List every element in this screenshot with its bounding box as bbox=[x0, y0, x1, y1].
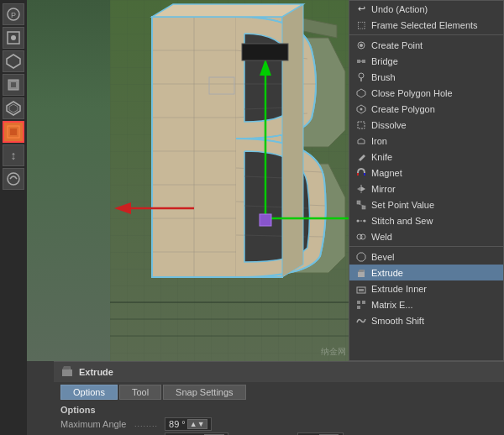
toolbar-btn-3[interactable] bbox=[3, 50, 24, 72]
bottom-options-panel: Options Maximum Angle ........ 89 ° ▲▼ O… bbox=[54, 402, 504, 435]
bottom-header: Extrude bbox=[54, 362, 504, 382]
menu-item-extrude[interactable]: Extrude bbox=[349, 265, 503, 280]
svg-point-78 bbox=[360, 234, 365, 239]
svg-rect-88 bbox=[62, 369, 72, 376]
svg-marker-7 bbox=[7, 102, 20, 115]
svg-rect-10 bbox=[10, 128, 17, 135]
menu-item-stitch[interactable]: Stitch and Sew bbox=[349, 212, 503, 228]
toolbar-btn-7[interactable]: ↕ bbox=[3, 144, 24, 166]
max-angle-row: Maximum Angle ........ 89 ° ▲▼ bbox=[60, 417, 497, 431]
svg-rect-87 bbox=[357, 306, 360, 309]
separator-2 bbox=[349, 246, 503, 247]
main-container: P bbox=[0, 0, 504, 435]
svg-point-56 bbox=[360, 44, 363, 47]
svg-point-75 bbox=[357, 219, 360, 222]
svg-line-73 bbox=[359, 204, 364, 206]
toolbar-btn-4[interactable] bbox=[3, 74, 24, 96]
options-section-label: Options bbox=[60, 405, 497, 415]
svg-rect-57 bbox=[357, 60, 360, 63]
extrude-icon bbox=[356, 268, 366, 278]
create-polygon-icon bbox=[356, 104, 366, 114]
menu-item-matrix-e[interactable]: Matrix E... bbox=[349, 296, 503, 312]
bottom-panel: Extrude Options Tool Snap Settings Optio… bbox=[54, 361, 504, 435]
close-polygon-icon bbox=[356, 88, 366, 98]
knife-icon bbox=[356, 152, 366, 162]
create-point-icon bbox=[356, 40, 366, 50]
bridge-icon bbox=[356, 56, 366, 66]
svg-point-60 bbox=[359, 73, 364, 78]
svg-rect-85 bbox=[357, 301, 360, 304]
stitch-icon bbox=[356, 216, 366, 226]
tab-snap-settings[interactable]: Snap Settings bbox=[163, 385, 246, 400]
extrude-inner-icon bbox=[356, 284, 366, 294]
brush-icon bbox=[356, 72, 366, 82]
svg-rect-6 bbox=[11, 82, 16, 87]
svg-marker-62 bbox=[357, 89, 365, 97]
svg-point-11 bbox=[8, 173, 19, 185]
max-angle-label: Maximum Angle bbox=[60, 419, 128, 429]
max-angle-dots: ........ bbox=[134, 420, 158, 428]
extrude-header-icon bbox=[60, 364, 74, 380]
toolbar-btn-2[interactable] bbox=[3, 27, 24, 49]
bevel-icon bbox=[356, 252, 366, 262]
smooth-icon bbox=[356, 316, 366, 326]
magnet-icon bbox=[356, 168, 366, 178]
iron-icon bbox=[356, 136, 366, 146]
menu-item-weld[interactable]: Weld bbox=[349, 228, 503, 244]
frame-icon: ⬚ bbox=[356, 20, 366, 30]
set-point-icon bbox=[356, 200, 366, 210]
tab-tool[interactable]: Tool bbox=[119, 385, 161, 400]
svg-marker-70 bbox=[361, 186, 365, 191]
bottom-tabs: Options Tool Snap Settings bbox=[54, 382, 504, 402]
svg-rect-53 bbox=[242, 44, 288, 60]
context-menu: ↩ Undo (Action) ⬚ Frame Selected Element… bbox=[349, 0, 504, 361]
svg-point-64 bbox=[360, 107, 363, 110]
watermark: 纳金网 bbox=[321, 346, 346, 358]
svg-rect-72 bbox=[362, 206, 365, 209]
menu-item-brush[interactable]: Brush bbox=[349, 69, 503, 85]
tab-options[interactable]: Options bbox=[60, 385, 118, 400]
menu-item-create-polygon[interactable]: Create Polygon bbox=[349, 101, 503, 117]
menu-item-extrude-inner[interactable]: Extrude Inner bbox=[349, 280, 503, 296]
matrix-icon bbox=[356, 300, 366, 310]
svg-marker-4 bbox=[7, 55, 20, 68]
menu-item-knife[interactable]: Knife bbox=[349, 149, 503, 165]
menu-item-magnet[interactable]: Magnet bbox=[349, 165, 503, 181]
separator-1 bbox=[349, 34, 503, 35]
menu-item-close-polygon[interactable]: Close Polygon Hole bbox=[349, 85, 503, 101]
left-toolbar: P bbox=[0, 0, 27, 435]
menu-item-undo[interactable]: ↩ Undo (Action) bbox=[349, 1, 503, 17]
menu-item-set-point[interactable]: Set Point Value bbox=[349, 197, 503, 212]
menu-item-mirror[interactable]: Mirror bbox=[349, 181, 503, 197]
menu-item-iron[interactable]: Iron bbox=[349, 133, 503, 149]
svg-rect-84 bbox=[359, 289, 364, 291]
dissolve-icon bbox=[356, 120, 366, 130]
menu-item-dissolve[interactable]: Dissolve bbox=[349, 117, 503, 133]
svg-text:P: P bbox=[11, 11, 16, 19]
bottom-title: Extrude bbox=[79, 367, 113, 377]
svg-marker-44 bbox=[152, 4, 303, 17]
svg-rect-71 bbox=[357, 201, 360, 204]
toolbar-btn-8[interactable] bbox=[3, 168, 24, 190]
undo-icon: ↩ bbox=[356, 4, 366, 14]
svg-rect-65 bbox=[358, 122, 365, 128]
menu-item-bevel[interactable]: Bevel bbox=[349, 249, 503, 265]
svg-rect-51 bbox=[260, 214, 271, 226]
menu-item-smooth-shift[interactable]: Smooth Shift bbox=[349, 312, 503, 328]
svg-marker-8 bbox=[9, 104, 18, 113]
max-angle-spinner-up[interactable]: ▲▼ bbox=[187, 419, 207, 429]
weld-icon bbox=[356, 232, 366, 242]
mirror-icon bbox=[356, 184, 366, 194]
toolbar-btn-5[interactable] bbox=[3, 97, 24, 119]
svg-rect-58 bbox=[362, 60, 365, 63]
menu-item-bridge[interactable]: Bridge bbox=[349, 53, 503, 69]
svg-rect-80 bbox=[358, 272, 365, 277]
menu-item-create-point[interactable]: Create Point bbox=[349, 37, 503, 53]
toolbar-btn-1[interactable]: P bbox=[3, 3, 24, 25]
max-angle-value: 89 ° ▲▼ bbox=[165, 417, 212, 431]
menu-item-frame[interactable]: ⬚ Frame Selected Elements bbox=[349, 17, 503, 33]
svg-point-76 bbox=[364, 219, 366, 222]
toolbar-btn-6[interactable] bbox=[3, 121, 24, 143]
svg-rect-86 bbox=[362, 301, 365, 304]
svg-point-3 bbox=[11, 35, 16, 40]
